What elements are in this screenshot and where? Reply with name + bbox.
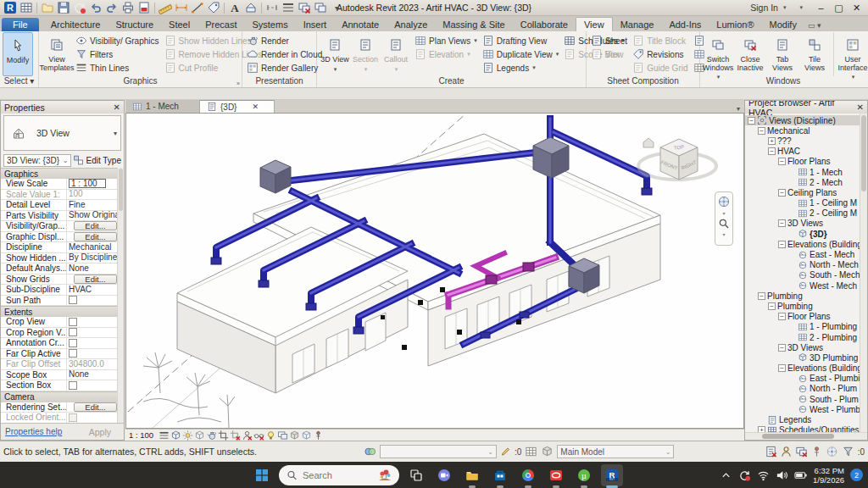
- windows-tab-views-button[interactable]: Tab Views: [767, 32, 798, 76]
- tree-item-plumbing[interactable]: −Plumbing: [745, 301, 867, 311]
- property-value[interactable]: [67, 413, 124, 423]
- property-value[interactable]: Edit...: [67, 402, 124, 413]
- tree-item-west-plumb[interactable]: West - Plumb: [745, 404, 867, 414]
- taskbar-app-task-view[interactable]: [405, 464, 427, 486]
- tree-item-hvac[interactable]: −HVAC: [745, 147, 867, 157]
- ribbon-tab-steel[interactable]: Steel: [161, 18, 198, 31]
- windows-switch-windows-button[interactable]: Switch Windows▾: [703, 32, 733, 76]
- property-value[interactable]: Edit...: [67, 274, 124, 285]
- sheet-view[interactable]: View: [589, 47, 629, 61]
- tree-item-3d-plumbing[interactable]: 3D Plumbing: [745, 352, 867, 363]
- filter-icon[interactable]: [842, 446, 854, 458]
- export-pdf-icon[interactable]: [136, 1, 152, 14]
- undo-icon[interactable]: [88, 1, 103, 14]
- analytical-model-icon[interactable]: [289, 430, 300, 441]
- sheet-sheet[interactable]: Sheet: [589, 34, 629, 47]
- property-checkbox[interactable]: [69, 318, 77, 326]
- create-callout-button[interactable]: Callout▾: [381, 32, 411, 76]
- minimize-button[interactable]: –: [812, 1, 830, 15]
- view-templates-button[interactable]: View Templates: [42, 32, 72, 76]
- displacement-sets-icon[interactable]: [301, 430, 312, 441]
- property-value[interactable]: Fine: [67, 200, 124, 210]
- create-plan-views[interactable]: Plan Views▾: [413, 34, 479, 47]
- edit-type-button[interactable]: Edit Type: [73, 154, 121, 167]
- crop-region-icon[interactable]: [230, 430, 241, 441]
- presentation-render-gallery[interactable]: Render Gallery: [245, 61, 324, 75]
- sign-in-button[interactable]: Sign In: [750, 3, 778, 13]
- property-checkbox[interactable]: [69, 413, 77, 422]
- property-value[interactable]: [67, 338, 124, 348]
- property-checkbox[interactable]: [69, 328, 77, 336]
- detail-level-icon[interactable]: [159, 430, 170, 441]
- ribbon-tab-collaborate[interactable]: Collaborate: [513, 18, 576, 31]
- view-cube[interactable]: TOP FRONT RIGHT: [633, 122, 726, 198]
- battery-icon[interactable]: [794, 469, 807, 481]
- properties-header[interactable]: Properties ✕: [1, 101, 124, 114]
- ribbon-tab-manage[interactable]: Manage: [613, 18, 662, 31]
- taskbar-app-utorrent[interactable]: µ: [573, 464, 595, 486]
- taskbar-app-chat[interactable]: [433, 464, 455, 486]
- create-section-button[interactable]: Section▾: [350, 32, 381, 76]
- collapse-icon[interactable]: −: [758, 292, 765, 300]
- editing-requests-icon[interactable]: [780, 446, 793, 458]
- browser-vertical-scrollbar[interactable]: [860, 114, 867, 432]
- property-value[interactable]: [67, 349, 124, 359]
- create-panel-label[interactable]: Create: [317, 76, 586, 87]
- property-value[interactable]: Mechanical: [67, 242, 124, 252]
- tree-item-west-mech[interactable]: West - Mech: [745, 280, 867, 291]
- ribbon-tab-analyze[interactable]: Analyze: [387, 18, 435, 31]
- tree-item-2-mech[interactable]: 2 - Mech: [745, 177, 867, 187]
- measure-icon[interactable]: [158, 1, 173, 14]
- tag-icon[interactable]: [206, 1, 221, 14]
- view-tab-close-icon[interactable]: ✕: [252, 103, 259, 111]
- property-edit-button[interactable]: Edit...: [74, 221, 116, 230]
- tray-overflow-icon[interactable]: [720, 469, 732, 481]
- property-value[interactable]: Show Original: [67, 211, 124, 221]
- active-workset-select[interactable]: ⌄: [380, 445, 497, 458]
- graphics-visibility-graphics[interactable]: Visibility/ Graphics: [74, 34, 161, 47]
- rendering-dialog-icon[interactable]: [206, 430, 217, 441]
- navbar-dropdown-icon[interactable]: ▾: [722, 210, 725, 216]
- editable-only-icon[interactable]: [500, 446, 511, 458]
- type-selector[interactable]: 3D View ▾: [3, 115, 121, 151]
- property-input[interactable]: 1 : 100: [69, 179, 106, 188]
- view-properties-icon[interactable]: [277, 430, 288, 441]
- collapse-icon[interactable]: −: [778, 219, 786, 227]
- property-checkbox[interactable]: [69, 339, 77, 347]
- maximize-button[interactable]: ▢: [830, 1, 848, 15]
- create-elevation[interactable]: Elevation▾: [413, 47, 479, 61]
- property-edit-button[interactable]: Edit...: [74, 274, 116, 284]
- sun-path-icon[interactable]: [182, 430, 193, 441]
- project-browser-header[interactable]: Project Browser - Artif HVAC ✕: [745, 101, 867, 114]
- taskbar-app-chrome[interactable]: [517, 464, 539, 486]
- ribbon-tab-add-ins[interactable]: Add-Ins: [661, 18, 709, 31]
- collapse-icon[interactable]: −: [768, 302, 776, 310]
- sign-in-dropdown-icon[interactable]: ▾: [783, 4, 787, 11]
- ribbon-tab-file[interactable]: File: [2, 18, 39, 31]
- taskbar-app-file-explorer[interactable]: [461, 464, 483, 486]
- collapse-icon[interactable]: −: [778, 158, 786, 165]
- property-edit-button[interactable]: Edit...: [74, 232, 116, 241]
- design-options-select[interactable]: Main Model⌄: [557, 445, 674, 458]
- crop-view-icon[interactable]: [218, 430, 229, 441]
- sheet-revisions[interactable]: Revisions: [631, 47, 689, 61]
- dimension-icon[interactable]: [174, 1, 189, 14]
- property-value[interactable]: 1 : 100: [67, 179, 124, 189]
- collapse-icon[interactable]: −: [748, 117, 755, 125]
- save-icon[interactable]: [56, 1, 71, 14]
- shadows-icon[interactable]: [194, 430, 205, 441]
- zoom-icon[interactable]: [718, 218, 730, 230]
- collapse-icon[interactable]: −: [768, 147, 776, 155]
- start-button[interactable]: [251, 464, 273, 486]
- property-value[interactable]: None: [67, 370, 124, 380]
- reveal-hidden-icon[interactable]: [265, 430, 276, 441]
- sheet-composition-panel-label[interactable]: Sheet Composition: [587, 76, 699, 87]
- worksets-icon[interactable]: [364, 446, 376, 458]
- navigation-bar[interactable]: ▾ ▾: [715, 191, 733, 246]
- property-value[interactable]: [67, 328, 124, 338]
- revit-menu-icon[interactable]: R: [3, 1, 18, 14]
- onedrive-sync-icon[interactable]: [738, 469, 751, 481]
- property-value[interactable]: HVAC: [67, 285, 124, 295]
- navbar-dropdown2-icon[interactable]: ▾: [722, 231, 725, 237]
- modify-button[interactable]: Modify: [3, 32, 33, 76]
